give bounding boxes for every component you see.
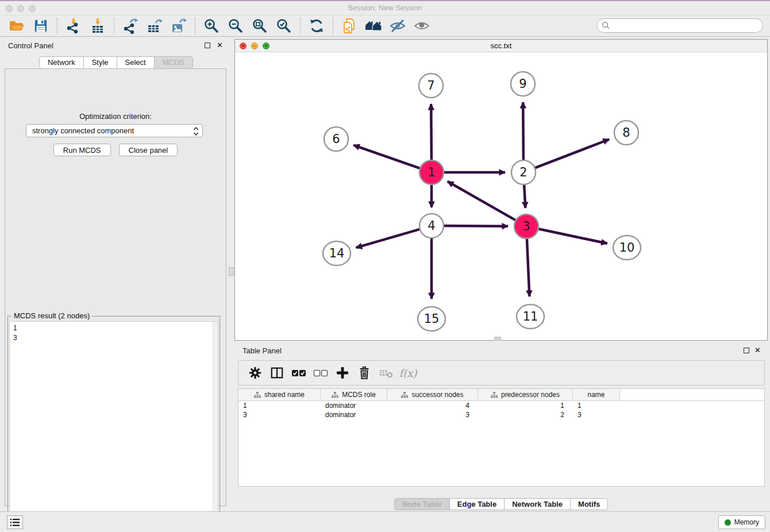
cell-predecessor-nodes[interactable]: 1 bbox=[478, 401, 573, 410]
import-table-button[interactable] bbox=[89, 17, 106, 34]
table-settings-button[interactable] bbox=[247, 364, 264, 381]
memory-button[interactable]: Memory bbox=[718, 515, 765, 529]
optimization-criterion-select[interactable]: strongly connected component bbox=[26, 124, 203, 137]
cell-name[interactable]: 3 bbox=[573, 410, 620, 419]
float-panel-button[interactable] bbox=[205, 43, 210, 48]
split-handle-vertical[interactable] bbox=[229, 267, 234, 276]
save-floppy-icon bbox=[33, 18, 48, 33]
delete-column-button[interactable] bbox=[356, 364, 373, 381]
cell-name[interactable]: 1 bbox=[573, 401, 620, 410]
graph-node-4[interactable]: 4 bbox=[419, 214, 444, 238]
delete-table-button[interactable] bbox=[378, 364, 395, 381]
svg-text:10: 10 bbox=[619, 241, 635, 255]
double-home-icon bbox=[365, 18, 382, 34]
close-panel-button[interactable]: ✕ bbox=[217, 41, 223, 49]
tab-motifs[interactable]: Motifs bbox=[571, 498, 608, 510]
tab-mcds[interactable]: MCDS bbox=[155, 56, 193, 69]
graph-edge-2-8[interactable] bbox=[535, 140, 610, 168]
graph-edge-3-10[interactable] bbox=[538, 229, 607, 244]
column-header-name[interactable]: name bbox=[573, 389, 620, 400]
graph-edge-3-11[interactable] bbox=[527, 238, 530, 296]
toolbar-separator bbox=[114, 18, 114, 34]
tab-network-table[interactable]: Network Table bbox=[505, 498, 571, 510]
graph-node-10[interactable]: 10 bbox=[613, 236, 641, 260]
graph-node-7[interactable]: 7 bbox=[419, 74, 443, 98]
mcds-result-text[interactable]: 1 3 bbox=[10, 322, 212, 527]
network-graph[interactable]: 7968124314101511 bbox=[235, 52, 767, 341]
export-table-button[interactable] bbox=[146, 17, 163, 34]
graph-node-9[interactable]: 9 bbox=[511, 72, 535, 96]
control-panel-tabs: Network Style Select MCDS bbox=[0, 56, 232, 69]
column-header-mcds-role[interactable]: MCDS role bbox=[321, 389, 387, 400]
search-input[interactable] bbox=[596, 18, 763, 33]
graph-node-8[interactable]: 8 bbox=[614, 121, 638, 145]
cell-successor-nodes[interactable]: 4 bbox=[387, 401, 478, 410]
graph-node-11[interactable]: 11 bbox=[517, 304, 544, 329]
refresh-view-button[interactable] bbox=[308, 17, 325, 34]
cell-successor-nodes[interactable]: 3 bbox=[387, 410, 478, 419]
mcds-buttons-row: Run MCDS Close panel bbox=[5, 144, 226, 156]
table-row[interactable]: 3 dominator 3 2 3 bbox=[238, 410, 764, 419]
gear-icon bbox=[248, 366, 262, 380]
graph-node-15[interactable]: 15 bbox=[418, 307, 445, 331]
graph-node-3[interactable]: 3 bbox=[514, 214, 538, 238]
hide-selected-button[interactable] bbox=[389, 17, 406, 34]
show-all-button[interactable] bbox=[413, 17, 430, 34]
column-header-predecessor-nodes[interactable]: predecessor nodes bbox=[478, 389, 573, 400]
zoom-in-button[interactable] bbox=[203, 17, 220, 34]
float-table-panel-button[interactable] bbox=[744, 348, 749, 353]
cell-shared-name[interactable]: 3 bbox=[238, 410, 321, 419]
zoom-fit-button[interactable] bbox=[251, 17, 268, 34]
graph-edge-4-3[interactable] bbox=[444, 226, 508, 226]
cell-mcds-role[interactable]: dominator bbox=[321, 401, 387, 410]
graph-node-6[interactable]: 6 bbox=[324, 127, 348, 151]
zoom-selected-button[interactable] bbox=[275, 17, 292, 34]
column-header-shared-name[interactable]: shared name bbox=[238, 389, 321, 400]
cell-predecessor-nodes[interactable]: 2 bbox=[478, 410, 573, 419]
save-session-button[interactable] bbox=[32, 17, 49, 34]
tab-edge-table[interactable]: Edge Table bbox=[450, 498, 505, 510]
tab-network[interactable]: Network bbox=[39, 56, 84, 69]
open-network-file-button[interactable] bbox=[341, 17, 358, 34]
graph-edge-4-14[interactable] bbox=[356, 229, 420, 248]
graph-edge-3-1[interactable] bbox=[448, 182, 516, 221]
toggle-columns-button[interactable] bbox=[268, 364, 286, 381]
select-all-rows-button[interactable] bbox=[290, 364, 307, 381]
graph-node-2[interactable]: 2 bbox=[511, 160, 536, 184]
add-column-button[interactable] bbox=[334, 364, 351, 381]
tab-style[interactable]: Style bbox=[84, 56, 117, 69]
export-image-button[interactable] bbox=[170, 17, 187, 34]
tab-select[interactable]: Select bbox=[117, 56, 155, 69]
toolbar-separator bbox=[195, 18, 195, 34]
zoom-in-icon bbox=[203, 18, 220, 34]
tab-node-table[interactable]: Node Table bbox=[394, 498, 450, 510]
export-table-icon bbox=[147, 18, 163, 34]
task-history-button[interactable] bbox=[7, 515, 23, 529]
graph-node-14[interactable]: 14 bbox=[323, 241, 351, 265]
import-network-button[interactable] bbox=[65, 17, 82, 34]
split-handle-horizontal[interactable] bbox=[494, 337, 501, 341]
cell-shared-name[interactable]: 1 bbox=[238, 401, 321, 410]
graph-edge-2-9[interactable] bbox=[523, 102, 523, 160]
result-scrollbar[interactable] bbox=[213, 322, 218, 527]
cell-mcds-role[interactable]: dominator bbox=[321, 410, 387, 419]
delete-table-icon bbox=[379, 366, 394, 380]
graph-edge-1-6[interactable] bbox=[353, 145, 420, 169]
network-view-window: ✕ − + scc.txt 7968124314101511 bbox=[234, 39, 768, 341]
export-network-button[interactable] bbox=[122, 17, 139, 34]
column-header-successor-nodes[interactable]: successor nodes bbox=[387, 389, 478, 400]
trash-icon bbox=[357, 365, 371, 380]
run-mcds-button[interactable]: Run MCDS bbox=[53, 144, 111, 156]
home-button[interactable] bbox=[365, 17, 382, 34]
open-session-button[interactable] bbox=[8, 17, 25, 34]
graph-edge-2-3[interactable] bbox=[524, 184, 525, 208]
zoom-out-button[interactable] bbox=[227, 17, 244, 34]
function-builder-button[interactable]: f(x) bbox=[399, 364, 417, 381]
graph-edge-1-7[interactable] bbox=[431, 104, 432, 160]
memory-status-dot bbox=[725, 519, 731, 526]
table-row[interactable]: 1 dominator 4 1 1 bbox=[238, 401, 764, 410]
deselect-all-rows-button[interactable] bbox=[312, 364, 329, 381]
close-panel-button[interactable]: Close panel bbox=[119, 144, 178, 156]
graph-node-1[interactable]: 1 bbox=[419, 160, 444, 184]
close-table-panel-button[interactable]: ✕ bbox=[754, 346, 761, 354]
